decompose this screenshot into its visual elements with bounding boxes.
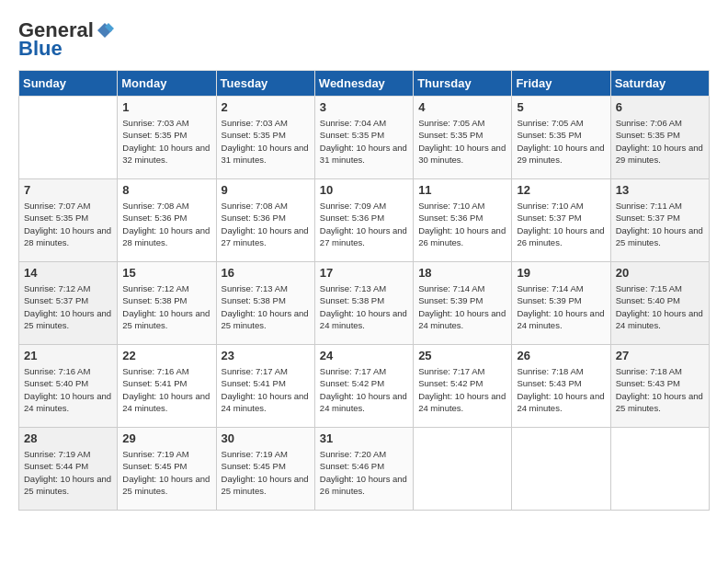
day-number: 30 — [222, 431, 310, 445]
day-info: Sunrise: 7:08 AMSunset: 5:36 PMDaylight:… — [222, 200, 310, 248]
calendar-cell: 4Sunrise: 7:05 AMSunset: 5:35 PMDaylight… — [414, 97, 512, 179]
week-row-5: 28Sunrise: 7:19 AMSunset: 5:44 PMDayligh… — [19, 428, 710, 511]
day-info: Sunrise: 7:13 AMSunset: 5:38 PMDaylight:… — [320, 282, 408, 331]
day-number: 16 — [222, 266, 310, 280]
day-number: 28 — [24, 431, 112, 445]
calendar-cell: 21Sunrise: 7:16 AMSunset: 5:40 PMDayligh… — [19, 345, 118, 428]
calendar-cell: 10Sunrise: 7:09 AMSunset: 5:36 PMDayligh… — [314, 179, 413, 262]
calendar-cell: 30Sunrise: 7:19 AMSunset: 5:45 PMDayligh… — [216, 428, 314, 511]
day-info: Sunrise: 7:16 AMSunset: 5:40 PMDaylight:… — [24, 365, 112, 414]
day-info: Sunrise: 7:15 AMSunset: 5:40 PMDaylight:… — [616, 282, 704, 331]
day-info: Sunrise: 7:03 AMSunset: 5:35 PMDaylight:… — [222, 117, 310, 166]
day-number: 12 — [517, 183, 605, 197]
calendar-cell: 5Sunrise: 7:05 AMSunset: 5:35 PMDaylight… — [512, 97, 610, 179]
calendar-cell — [512, 428, 610, 511]
calendar-cell: 19Sunrise: 7:14 AMSunset: 5:39 PMDayligh… — [512, 262, 610, 345]
week-row-1: 1Sunrise: 7:03 AMSunset: 5:35 PMDaylight… — [19, 97, 710, 179]
day-number: 4 — [418, 100, 506, 114]
day-info: Sunrise: 7:14 AMSunset: 5:39 PMDaylight:… — [517, 282, 605, 331]
page-header: General Blue — [18, 18, 710, 61]
calendar-cell: 3Sunrise: 7:04 AMSunset: 5:35 PMDaylight… — [314, 97, 413, 179]
day-number: 18 — [418, 266, 506, 280]
week-row-4: 21Sunrise: 7:16 AMSunset: 5:40 PMDayligh… — [19, 345, 710, 428]
calendar-cell: 28Sunrise: 7:19 AMSunset: 5:44 PMDayligh… — [19, 428, 118, 511]
logo-blue: Blue — [18, 37, 63, 61]
calendar-cell: 24Sunrise: 7:17 AMSunset: 5:42 PMDayligh… — [314, 345, 413, 428]
day-info: Sunrise: 7:07 AMSunset: 5:35 PMDaylight:… — [24, 200, 112, 248]
logo-icon — [96, 21, 114, 40]
calendar-cell: 18Sunrise: 7:14 AMSunset: 5:39 PMDayligh… — [414, 262, 512, 345]
day-number: 8 — [122, 183, 210, 197]
calendar-cell: 9Sunrise: 7:08 AMSunset: 5:36 PMDaylight… — [216, 179, 314, 262]
calendar-cell: 16Sunrise: 7:13 AMSunset: 5:38 PMDayligh… — [216, 262, 314, 345]
calendar-cell: 1Sunrise: 7:03 AMSunset: 5:35 PMDaylight… — [118, 97, 216, 179]
day-header-sunday: Sunday — [19, 71, 118, 97]
day-info: Sunrise: 7:08 AMSunset: 5:36 PMDaylight:… — [122, 200, 210, 248]
day-info: Sunrise: 7:20 AMSunset: 5:46 PMDaylight:… — [320, 448, 408, 497]
calendar-cell: 12Sunrise: 7:10 AMSunset: 5:37 PMDayligh… — [512, 179, 610, 262]
calendar-cell: 11Sunrise: 7:10 AMSunset: 5:36 PMDayligh… — [414, 179, 512, 262]
day-header-wednesday: Wednesday — [314, 71, 413, 97]
calendar-cell: 7Sunrise: 7:07 AMSunset: 5:35 PMDaylight… — [19, 179, 118, 262]
day-number: 25 — [418, 349, 506, 362]
week-row-2: 7Sunrise: 7:07 AMSunset: 5:35 PMDaylight… — [19, 179, 710, 262]
day-info: Sunrise: 7:19 AMSunset: 5:45 PMDaylight:… — [122, 448, 210, 497]
day-info: Sunrise: 7:19 AMSunset: 5:45 PMDaylight:… — [222, 448, 310, 497]
day-info: Sunrise: 7:05 AMSunset: 5:35 PMDaylight:… — [517, 117, 605, 166]
day-header-thursday: Thursday — [414, 71, 512, 97]
day-number: 14 — [24, 266, 112, 280]
day-info: Sunrise: 7:12 AMSunset: 5:37 PMDaylight:… — [24, 282, 112, 331]
day-number: 3 — [320, 100, 408, 114]
header-row: SundayMondayTuesdayWednesdayThursdayFrid… — [19, 71, 710, 97]
day-info: Sunrise: 7:10 AMSunset: 5:37 PMDaylight:… — [517, 200, 605, 248]
calendar-cell: 15Sunrise: 7:12 AMSunset: 5:38 PMDayligh… — [118, 262, 216, 345]
calendar-cell: 31Sunrise: 7:20 AMSunset: 5:46 PMDayligh… — [314, 428, 413, 511]
day-number: 1 — [122, 100, 210, 114]
day-number: 5 — [517, 100, 605, 114]
day-header-tuesday: Tuesday — [216, 71, 314, 97]
calendar-cell: 29Sunrise: 7:19 AMSunset: 5:45 PMDayligh… — [118, 428, 216, 511]
day-number: 19 — [517, 266, 605, 280]
day-number: 22 — [122, 349, 210, 362]
calendar-cell — [19, 97, 118, 179]
day-number: 13 — [616, 183, 704, 197]
day-info: Sunrise: 7:11 AMSunset: 5:37 PMDaylight:… — [616, 200, 704, 248]
day-info: Sunrise: 7:04 AMSunset: 5:35 PMDaylight:… — [320, 117, 408, 166]
day-info: Sunrise: 7:10 AMSunset: 5:36 PMDaylight:… — [418, 200, 506, 248]
day-number: 29 — [122, 431, 210, 445]
day-info: Sunrise: 7:17 AMSunset: 5:41 PMDaylight:… — [222, 365, 310, 414]
calendar-table: SundayMondayTuesdayWednesdayThursdayFrid… — [18, 70, 710, 511]
day-number: 15 — [122, 266, 210, 280]
calendar-cell: 2Sunrise: 7:03 AMSunset: 5:35 PMDaylight… — [216, 97, 314, 179]
calendar-cell: 8Sunrise: 7:08 AMSunset: 5:36 PMDaylight… — [118, 179, 216, 262]
week-row-3: 14Sunrise: 7:12 AMSunset: 5:37 PMDayligh… — [19, 262, 710, 345]
day-number: 17 — [320, 266, 408, 280]
day-info: Sunrise: 7:18 AMSunset: 5:43 PMDaylight:… — [616, 365, 704, 414]
calendar-cell — [414, 428, 512, 511]
day-info: Sunrise: 7:12 AMSunset: 5:38 PMDaylight:… — [122, 282, 210, 331]
day-header-monday: Monday — [118, 71, 216, 97]
day-info: Sunrise: 7:17 AMSunset: 5:42 PMDaylight:… — [320, 365, 408, 414]
day-number: 26 — [517, 349, 605, 362]
day-info: Sunrise: 7:03 AMSunset: 5:35 PMDaylight:… — [122, 117, 210, 166]
day-number: 27 — [616, 349, 704, 362]
calendar-cell: 26Sunrise: 7:18 AMSunset: 5:43 PMDayligh… — [512, 345, 610, 428]
day-number: 20 — [616, 266, 704, 280]
day-number: 2 — [222, 100, 310, 114]
logo: General Blue — [18, 18, 114, 61]
day-number: 23 — [222, 349, 310, 362]
day-info: Sunrise: 7:13 AMSunset: 5:38 PMDaylight:… — [222, 282, 310, 331]
day-header-saturday: Saturday — [610, 71, 709, 97]
day-number: 9 — [222, 183, 310, 197]
calendar-cell: 20Sunrise: 7:15 AMSunset: 5:40 PMDayligh… — [610, 262, 709, 345]
calendar-cell: 14Sunrise: 7:12 AMSunset: 5:37 PMDayligh… — [19, 262, 118, 345]
day-number: 21 — [24, 349, 112, 362]
day-info: Sunrise: 7:17 AMSunset: 5:42 PMDaylight:… — [418, 365, 506, 414]
day-info: Sunrise: 7:09 AMSunset: 5:36 PMDaylight:… — [320, 200, 408, 248]
day-number: 11 — [418, 183, 506, 197]
calendar-cell: 13Sunrise: 7:11 AMSunset: 5:37 PMDayligh… — [610, 179, 709, 262]
day-info: Sunrise: 7:05 AMSunset: 5:35 PMDaylight:… — [418, 117, 506, 166]
calendar-cell — [610, 428, 709, 511]
day-info: Sunrise: 7:18 AMSunset: 5:43 PMDaylight:… — [517, 365, 605, 414]
day-number: 6 — [616, 100, 704, 114]
